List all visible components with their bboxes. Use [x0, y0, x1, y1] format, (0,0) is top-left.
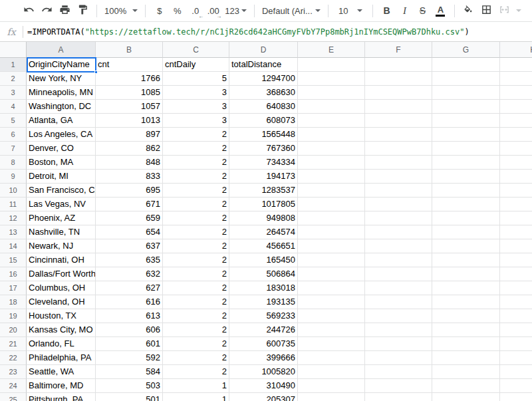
cell-F17[interactable] — [365, 281, 432, 295]
cell-B25[interactable]: 501 — [96, 393, 163, 401]
cell-G15[interactable] — [432, 253, 500, 267]
increase-decimal-button[interactable]: .00 → — [204, 2, 222, 19]
row-header-17[interactable]: 17 — [0, 281, 27, 295]
cell-C16[interactable]: 2 — [163, 267, 229, 281]
cell-H22[interactable] — [500, 351, 532, 365]
cell-C4[interactable]: 3 — [163, 100, 229, 114]
column-header-D[interactable]: D — [229, 42, 298, 58]
cell-B2[interactable]: 1766 — [96, 72, 163, 86]
cell-B23[interactable]: 584 — [96, 365, 163, 379]
row-header-7[interactable]: 7 — [0, 142, 27, 156]
cell-A2[interactable]: New York, NY — [27, 72, 96, 86]
cell-F25[interactable] — [365, 393, 432, 401]
cell-F3[interactable] — [365, 86, 432, 100]
cell-H16[interactable] — [500, 267, 532, 281]
cell-F18[interactable] — [365, 295, 432, 309]
cell-D12[interactable]: 949808 — [229, 211, 298, 225]
zoom-dropdown[interactable]: 100% — [102, 2, 140, 19]
cell-D6[interactable]: 1565448 — [229, 128, 298, 142]
cell-A25[interactable]: Pittsburgh, PA — [27, 393, 96, 401]
cell-E23[interactable] — [298, 365, 365, 379]
column-header-C[interactable]: C — [163, 42, 229, 58]
cell-E5[interactable] — [298, 114, 365, 128]
cell-E11[interactable] — [298, 198, 365, 211]
cell-E19[interactable] — [298, 309, 365, 323]
cell-A6[interactable]: Los Angeles, CA — [27, 128, 96, 142]
cell-G17[interactable] — [432, 281, 500, 295]
cell-C10[interactable]: 2 — [163, 184, 229, 198]
cell-C2[interactable]: 5 — [163, 72, 229, 86]
cell-G13[interactable] — [432, 225, 500, 239]
merge-cells-button[interactable] — [495, 2, 513, 19]
cell-B15[interactable]: 635 — [96, 253, 163, 267]
row-header-21[interactable]: 21 — [0, 337, 27, 351]
cell-H18[interactable] — [500, 295, 532, 309]
cell-A13[interactable]: Nashville, TN — [27, 225, 96, 239]
cell-D4[interactable]: 640830 — [229, 100, 298, 114]
cell-A3[interactable]: Minneapolis, MN — [27, 86, 96, 100]
cell-B17[interactable]: 627 — [96, 281, 163, 295]
print-button[interactable] — [56, 2, 74, 19]
cell-G7[interactable] — [432, 142, 500, 156]
cell-G14[interactable] — [432, 239, 500, 253]
bold-button[interactable]: B — [378, 2, 396, 19]
cell-F12[interactable] — [365, 211, 432, 225]
row-header-1[interactable]: 1 — [0, 58, 27, 72]
cell-F22[interactable] — [365, 351, 432, 365]
fill-color-button[interactable] — [460, 2, 477, 19]
cell-F11[interactable] — [365, 198, 432, 211]
cell-D10[interactable]: 1283537 — [229, 184, 298, 198]
cell-D17[interactable]: 183018 — [229, 281, 298, 295]
cell-B22[interactable]: 592 — [96, 351, 163, 365]
row-header-3[interactable]: 3 — [0, 86, 27, 100]
cell-G18[interactable] — [432, 295, 500, 309]
cell-A23[interactable]: Seattle, WA — [27, 365, 96, 379]
cell-F23[interactable] — [365, 365, 432, 379]
cell-C18[interactable]: 2 — [163, 295, 229, 309]
cell-E21[interactable] — [298, 337, 365, 351]
row-header-5[interactable]: 5 — [0, 114, 27, 128]
format-currency-button[interactable]: $ — [150, 2, 168, 19]
cell-G24[interactable] — [432, 379, 500, 393]
cell-H5[interactable] — [500, 114, 532, 128]
cell-B10[interactable]: 695 — [96, 184, 163, 198]
cell-E14[interactable] — [298, 239, 365, 253]
cell-E6[interactable] — [298, 128, 365, 142]
cell-H11[interactable] — [500, 198, 532, 211]
cell-C11[interactable]: 2 — [163, 198, 229, 211]
italic-button[interactable]: I — [396, 2, 414, 19]
cell-H7[interactable] — [500, 142, 532, 156]
cell-G5[interactable] — [432, 114, 500, 128]
paint-format-button[interactable] — [74, 2, 92, 19]
cell-A12[interactable]: Phoenix, AZ — [27, 211, 96, 225]
cell-A5[interactable]: Atlanta, GA — [27, 114, 96, 128]
cell-D8[interactable]: 734334 — [229, 156, 298, 170]
cell-D19[interactable]: 569233 — [229, 309, 298, 323]
cell-H4[interactable] — [500, 100, 532, 114]
cell-A7[interactable]: Denver, CO — [27, 142, 96, 156]
cell-H9[interactable] — [500, 170, 532, 184]
cell-B14[interactable]: 637 — [96, 239, 163, 253]
row-header-18[interactable]: 18 — [0, 295, 27, 309]
cell-C7[interactable]: 2 — [163, 142, 229, 156]
cell-F20[interactable] — [365, 323, 432, 337]
text-color-button[interactable]: A — [432, 2, 450, 19]
row-header-12[interactable]: 12 — [0, 211, 27, 225]
cell-H10[interactable] — [500, 184, 532, 198]
column-header-A[interactable]: A — [27, 42, 96, 58]
row-header-9[interactable]: 9 — [0, 170, 27, 184]
cell-G10[interactable] — [432, 184, 500, 198]
cell-D9[interactable]: 194173 — [229, 170, 298, 184]
cell-D1[interactable]: totalDistance — [229, 58, 298, 72]
cell-E1[interactable] — [298, 58, 365, 72]
cell-E2[interactable] — [298, 72, 365, 86]
cell-H1[interactable] — [500, 58, 532, 72]
cell-H19[interactable] — [500, 309, 532, 323]
undo-button[interactable] — [20, 2, 38, 19]
formula-input[interactable]: =IMPORTDATA("https://zettaflow.tech/r/nC… — [27, 27, 469, 37]
cell-E8[interactable] — [298, 156, 365, 170]
row-header-6[interactable]: 6 — [0, 128, 27, 142]
cell-C25[interactable]: 1 — [163, 393, 229, 401]
cell-C15[interactable]: 2 — [163, 253, 229, 267]
cell-D3[interactable]: 368630 — [229, 86, 298, 100]
